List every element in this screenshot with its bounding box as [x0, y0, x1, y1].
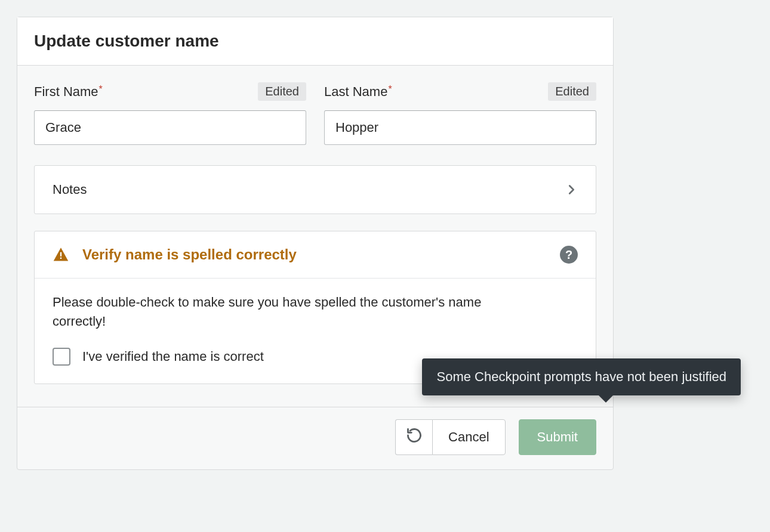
last-name-label: Last Name* — [324, 84, 392, 100]
required-asterisk-icon: * — [99, 84, 103, 94]
card-title: Update customer name — [34, 32, 596, 51]
update-customer-card: Update customer name First Name* Edited … — [17, 17, 614, 470]
svg-rect-1 — [60, 258, 61, 259]
first-name-label-row: First Name* Edited — [34, 82, 306, 101]
last-name-edited-badge: Edited — [548, 82, 596, 101]
cancel-button[interactable]: Cancel — [432, 419, 505, 455]
last-name-field: Last Name* Edited — [324, 82, 596, 145]
last-name-input[interactable] — [324, 110, 596, 145]
verify-title: Verify name is spelled correctly — [82, 246, 297, 263]
verify-checkbox-label: I've verified the name is correct — [82, 349, 264, 364]
undo-icon — [406, 427, 423, 447]
notes-label: Notes — [53, 182, 87, 197]
first-name-label-text: First Name — [34, 84, 98, 99]
reset-button[interactable] — [395, 419, 432, 455]
required-asterisk-icon: * — [388, 84, 392, 94]
name-fields-row: First Name* Edited Last Name* Edited — [34, 82, 596, 145]
verify-body-text: Please double-check to make sure you hav… — [53, 293, 506, 331]
card-footer: Some Checkpoint prompts have not been ju… — [17, 407, 613, 469]
first-name-input[interactable] — [34, 110, 306, 145]
help-icon[interactable]: ? — [560, 246, 578, 264]
warning-triangle-icon — [53, 246, 69, 263]
last-name-label-text: Last Name — [324, 84, 387, 99]
card-header: Update customer name — [17, 17, 613, 66]
cancel-button-group: Cancel — [395, 419, 505, 455]
submit-button[interactable]: Submit — [519, 419, 596, 455]
verify-header-left: Verify name is spelled correctly — [53, 246, 297, 263]
svg-rect-0 — [60, 252, 61, 256]
submit-tooltip-text: Some Checkpoint prompts have not been ju… — [436, 369, 726, 384]
last-name-label-row: Last Name* Edited — [324, 82, 596, 101]
verify-checkbox[interactable] — [53, 348, 70, 366]
verify-header: Verify name is spelled correctly ? — [35, 231, 596, 279]
first-name-field: First Name* Edited — [34, 82, 306, 145]
notes-expander[interactable]: Notes — [34, 165, 596, 214]
card-body: First Name* Edited Last Name* Edited Not… — [17, 66, 613, 407]
chevron-right-icon — [565, 183, 578, 196]
first-name-edited-badge: Edited — [258, 82, 306, 101]
first-name-label: First Name* — [34, 84, 102, 100]
submit-tooltip: Some Checkpoint prompts have not been ju… — [422, 358, 741, 395]
